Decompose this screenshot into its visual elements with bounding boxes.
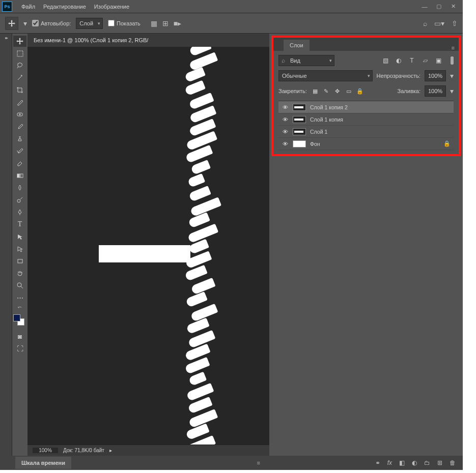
layer-style-icon[interactable]: fx [387, 459, 392, 466]
foreground-color-swatch[interactable] [13, 314, 20, 321]
layer-row[interactable]: 👁Слой 1 [278, 126, 454, 138]
workspace-icon[interactable]: ▭▾ [434, 19, 444, 27]
maximize-icon[interactable]: ▢ [435, 3, 442, 10]
canvas[interactable] [27, 47, 269, 445]
swap-colors-icon[interactable]: ⤺ [13, 304, 26, 310]
layer-row[interactable]: 👁Слой 1 копия 2 [278, 101, 454, 113]
filter-adjustment-icon[interactable]: ◐ [395, 56, 403, 65]
path-selection-tool[interactable] [13, 231, 26, 242]
history-brush-tool[interactable] [13, 145, 26, 157]
fill-chevron-icon[interactable]: ▾ [450, 87, 454, 95]
type-tool[interactable]: T [13, 219, 26, 230]
filter-smartobject-icon[interactable]: ▣ [434, 56, 442, 65]
tab-layers[interactable]: Слои [284, 40, 310, 51]
canvas-content [99, 245, 190, 262]
tab-timeline[interactable]: Шкала времени [15, 457, 71, 469]
blur-tool[interactable] [13, 182, 26, 193]
filter-pixel-icon[interactable]: ▧ [381, 56, 389, 65]
autoselect-input[interactable] [32, 20, 39, 26]
layer-mask-icon[interactable]: ◧ [399, 459, 405, 466]
align-icon[interactable]: ▦ [151, 19, 157, 27]
visibility-icon[interactable]: 👁 [282, 141, 289, 147]
fill-label: Заливка: [398, 88, 421, 94]
minimize-icon[interactable]: — [421, 3, 428, 10]
marquee-tool[interactable] [13, 48, 26, 59]
clone-stamp-tool[interactable] [13, 133, 26, 144]
zoom-tool[interactable] [13, 280, 26, 291]
layer-row[interactable]: 👁Фон🔒 [278, 138, 454, 150]
brush-tool[interactable] [13, 121, 26, 132]
lock-pixels-icon[interactable]: ✎ [322, 87, 330, 95]
layer-name[interactable]: Слой 1 [310, 129, 451, 135]
link-layers-icon[interactable]: ⚭ [375, 459, 380, 466]
autoselect-checkbox[interactable]: Автовыбор: [32, 20, 71, 26]
layer-name[interactable]: Слой 1 копия 2 [310, 104, 451, 110]
edit-toolbar[interactable]: ⋯ [13, 292, 26, 303]
filter-shape-icon[interactable]: ▱ [421, 56, 429, 65]
show-input[interactable] [108, 20, 115, 26]
document-tab[interactable]: Без имени-1 @ 100% (Слой 1 копия 2, RGB/ [27, 34, 269, 47]
hand-tool[interactable] [13, 268, 26, 279]
layer-thumbnail[interactable] [293, 116, 306, 123]
new-layer-icon[interactable]: ⊞ [437, 459, 442, 466]
svg-point-3 [17, 199, 20, 202]
menu-edit[interactable]: Редактирование [39, 0, 90, 13]
move-tool-icon[interactable] [5, 17, 18, 30]
screen-mode-tool[interactable]: ⛶ [13, 343, 26, 354]
status-arrow-icon[interactable]: ▸ [109, 448, 112, 453]
share-icon[interactable]: ⇧ [452, 19, 458, 27]
layer-thumbnail[interactable] [293, 140, 306, 147]
color-swatches[interactable] [13, 314, 24, 326]
lock-all-icon[interactable]: 🔒 [356, 87, 364, 95]
layer-name[interactable]: Фон [310, 141, 439, 147]
layer-dropdown[interactable]: Слой [76, 18, 103, 29]
adjustment-layer-icon[interactable]: ◐ [412, 459, 417, 466]
lasso-tool[interactable] [13, 60, 26, 71]
lock-transparency-icon[interactable]: ▦ [311, 87, 319, 95]
search-icon[interactable]: ⌕ [423, 19, 427, 27]
quick-mask-tool[interactable]: ◙ [13, 331, 26, 342]
layer-thumbnail[interactable] [293, 128, 306, 135]
dodge-tool[interactable] [13, 194, 26, 205]
eyedropper-tool[interactable] [13, 97, 26, 108]
gradient-tool[interactable] [13, 170, 26, 181]
opacity-chevron-icon[interactable]: ▾ [450, 72, 454, 80]
layer-thumbnail[interactable] [293, 104, 306, 111]
layer-row[interactable]: 👁Слой 1 копия [278, 113, 454, 126]
filter-toggle[interactable] [451, 56, 454, 65]
delete-layer-icon[interactable]: 🗑 [450, 459, 456, 466]
menu-file[interactable]: Файл [17, 0, 39, 13]
lock-position-icon[interactable]: ✥ [333, 87, 342, 95]
autoselect-label: Автовыбор: [41, 20, 71, 26]
crop-tool[interactable] [13, 84, 26, 96]
timeline-menu-icon[interactable]: ≡ [253, 460, 264, 466]
close-icon[interactable]: ✕ [450, 3, 457, 10]
options-bar: ▾ Автовыбор: Слой Показать ▦ ⊞ ■▸ ⌕ ▭▾ ⇧ [0, 13, 463, 34]
healing-brush-tool[interactable] [13, 109, 26, 120]
fill-value[interactable]: 100% [425, 85, 446, 97]
opacity-value[interactable]: 100% [425, 70, 446, 81]
visibility-icon[interactable]: 👁 [282, 116, 289, 123]
panel-menu-icon[interactable]: ≡ [447, 45, 459, 51]
layer-name[interactable]: Слой 1 копия [310, 116, 451, 123]
direct-selection-tool[interactable] [13, 243, 26, 254]
visibility-icon[interactable]: 👁 [282, 129, 289, 135]
move-tool[interactable] [13, 36, 26, 47]
zoom-field[interactable]: 100% [33, 448, 58, 453]
magic-wand-tool[interactable] [13, 72, 26, 83]
group-icon[interactable]: 🗀 [424, 459, 430, 466]
chevron-down-icon[interactable]: ▾ [23, 19, 27, 27]
panel-collapse-strip[interactable]: ▸▸ [0, 34, 12, 456]
filter-type-icon[interactable]: T [408, 56, 416, 65]
show-checkbox[interactable]: Показать [108, 20, 141, 26]
lock-artboard-icon[interactable]: ▭ [345, 87, 353, 95]
visibility-icon[interactable]: 👁 [282, 104, 289, 110]
rectangle-tool[interactable] [13, 255, 26, 267]
blend-mode-dropdown[interactable]: Обычные [278, 70, 373, 81]
3d-mode-icon[interactable]: ■▸ [174, 19, 181, 27]
pen-tool[interactable] [13, 206, 26, 218]
layer-search[interactable]: Вид [278, 55, 334, 66]
menu-image[interactable]: Изображение [90, 0, 133, 13]
eraser-tool[interactable] [13, 158, 26, 169]
distribute-icon[interactable]: ⊞ [162, 19, 169, 27]
